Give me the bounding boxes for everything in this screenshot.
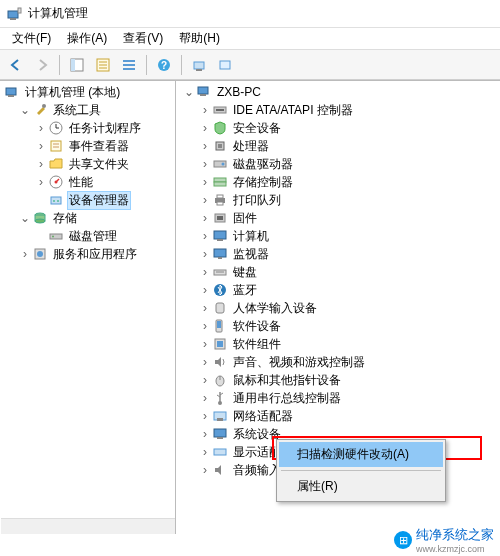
properties-button[interactable] [91,53,115,77]
svg-point-29 [53,200,55,202]
device-hid[interactable]: ›人体学输入设备 [176,299,500,317]
expand-icon[interactable]: › [198,103,212,117]
device-processors[interactable]: ›处理器 [176,137,500,155]
menu-file[interactable]: 文件(F) [4,28,59,49]
expand-icon[interactable]: › [34,139,48,153]
expand-icon[interactable]: › [198,211,212,225]
software-dev-icon [212,318,228,334]
expand-icon[interactable]: › [198,283,212,297]
device-storage-controllers[interactable]: ›存储控制器 [176,173,500,191]
tree-shared-folders[interactable]: › 共享文件夹 [0,155,175,173]
help-button[interactable]: ? [152,53,176,77]
device-network-adapters[interactable]: ›网络适配器 [176,407,500,425]
left-tree-pane: 计算机管理 (本地) ⌄ 系统工具 › 任务计划程序 › 事件查看器 › 共享文… [0,81,176,534]
computer-icon [212,228,228,244]
menu-separator [281,470,441,471]
expand-icon[interactable]: › [198,337,212,351]
software-comp-icon [212,336,228,352]
expand-icon[interactable]: › [34,175,48,189]
tree-device-manager[interactable]: 设备管理器 [0,191,175,209]
view-button[interactable] [117,53,141,77]
svg-point-45 [222,163,225,166]
device-computers[interactable]: ›计算机 [176,227,500,245]
back-button[interactable] [4,53,28,77]
svg-rect-43 [218,144,222,148]
expand-icon[interactable]: › [34,121,48,135]
svg-rect-4 [71,59,75,71]
device-software-components[interactable]: ›软件组件 [176,335,500,353]
collapse-icon[interactable]: ⌄ [18,211,32,225]
tree-task-scheduler[interactable]: › 任务计划程序 [0,119,175,137]
tree-disk-management[interactable]: 磁盘管理 [0,227,175,245]
expand-icon[interactable]: › [198,409,212,423]
expand-icon[interactable]: › [198,265,212,279]
svg-rect-52 [217,216,223,220]
svg-rect-17 [6,88,16,95]
tree-root-computer-management[interactable]: 计算机管理 (本地) [0,83,175,101]
collapse-icon[interactable]: ⌄ [182,85,196,99]
expand-icon[interactable]: › [198,373,212,387]
folder-share-icon [48,156,64,172]
expand-icon[interactable]: › [198,193,212,207]
expand-icon[interactable]: › [198,355,212,369]
tree-services-apps[interactable]: › 服务和应用程序 [0,245,175,263]
device-usb[interactable]: ›通用串行总线控制器 [176,389,500,407]
menu-view[interactable]: 查看(V) [115,28,171,49]
device-mice[interactable]: ›鼠标和其他指针设备 [176,371,500,389]
disk-drive-icon [212,156,228,172]
svg-rect-73 [214,449,226,455]
services-icon [32,246,48,262]
device-sound-video-game[interactable]: ›声音、视频和游戏控制器 [176,353,500,371]
expand-icon[interactable]: › [198,445,212,459]
svg-rect-10 [123,64,135,66]
expand-icon[interactable]: › [198,175,212,189]
tree-storage[interactable]: ⌄ 存储 [0,209,175,227]
bluetooth-icon [212,282,228,298]
device-button[interactable] [213,53,237,77]
expand-icon[interactable]: › [198,157,212,171]
device-print-queues[interactable]: ›打印队列 [176,191,500,209]
tree-performance[interactable]: › 性能 [0,173,175,191]
expand-icon[interactable]: › [34,157,48,171]
expand-icon[interactable]: › [198,121,212,135]
tree-system-tools[interactable]: ⌄ 系统工具 [0,101,175,119]
system-dev-icon [212,426,228,442]
svg-rect-60 [216,303,224,313]
device-software-devices[interactable]: ›软件设备 [176,317,500,335]
svg-rect-62 [217,321,221,328]
device-security[interactable]: ›安全设备 [176,119,500,137]
svg-rect-49 [217,195,223,198]
scan-hardware-button[interactable] [187,53,211,77]
device-keyboards[interactable]: ›键盘 [176,263,500,281]
watermark-url: www.kzmzjc.com [416,544,494,554]
expand-icon[interactable]: › [198,229,212,243]
svg-rect-46 [214,178,226,182]
device-disk-drives[interactable]: ›磁盘驱动器 [176,155,500,173]
horizontal-scrollbar[interactable] [1,518,175,534]
toolbar-separator [59,55,60,75]
menu-help[interactable]: 帮助(H) [171,28,228,49]
expand-icon[interactable]: › [198,391,212,405]
device-computer-root[interactable]: ⌄ ZXB-PC [176,83,500,101]
tree-event-viewer[interactable]: › 事件查看器 [0,137,175,155]
device-firmware[interactable]: ›固件 [176,209,500,227]
menu-scan-hardware[interactable]: 扫描检测硬件改动(A) [279,442,443,467]
expand-icon[interactable]: › [198,463,212,477]
svg-rect-38 [198,87,208,94]
expand-icon[interactable]: › [198,247,212,261]
forward-button[interactable] [30,53,54,77]
cpu-icon [212,138,228,154]
device-monitors[interactable]: ›监视器 [176,245,500,263]
expand-icon[interactable]: › [198,319,212,333]
show-hide-tree-button[interactable] [65,53,89,77]
menu-properties[interactable]: 属性(R) [279,474,443,499]
expand-icon[interactable]: › [18,247,32,261]
expand-icon[interactable]: › [198,301,212,315]
device-ide[interactable]: ›IDE ATA/ATAPI 控制器 [176,101,500,119]
menu-action[interactable]: 操作(A) [59,28,115,49]
device-bluetooth[interactable]: ›蓝牙 [176,281,500,299]
collapse-icon[interactable]: ⌄ [18,103,32,117]
expand-icon[interactable]: › [198,139,212,153]
expand-icon[interactable]: › [198,427,212,441]
watermark-logo-icon: ⊞ [394,531,412,549]
